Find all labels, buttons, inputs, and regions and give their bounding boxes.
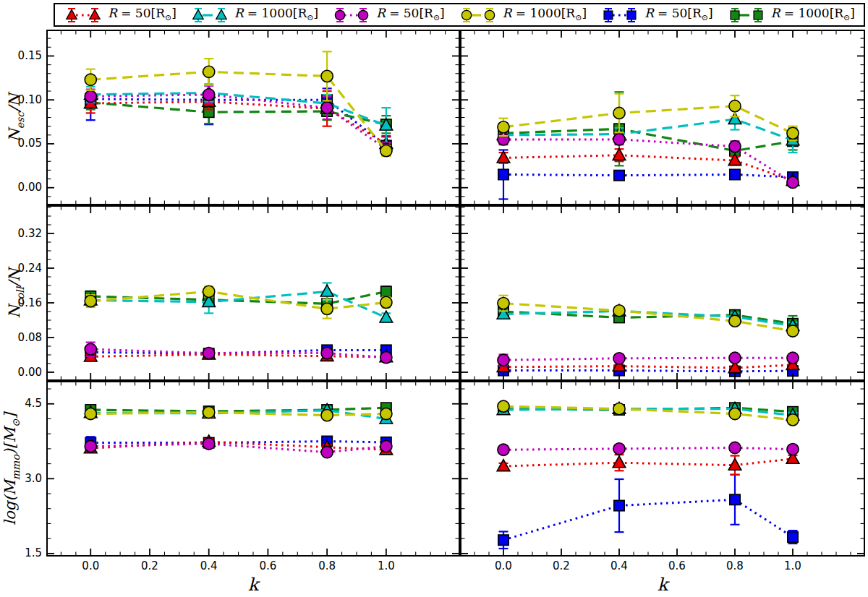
- circle-marker-icon: [332, 6, 371, 25]
- panel-middle-left: [46, 205, 460, 381]
- y-tick-label: 0.15: [10, 51, 42, 61]
- y-tick-label: 0.00: [10, 182, 42, 193]
- square-marker-icon: [727, 6, 766, 25]
- legend-label: R = 50[R⊙]: [108, 7, 176, 22]
- x-tick-label: 0.0: [488, 561, 519, 572]
- y-tick-label: 0.00: [10, 367, 42, 378]
- y-tick-label: 1.5: [10, 548, 42, 559]
- panel-top-left: [46, 30, 460, 205]
- panel-middle-right: [460, 205, 865, 381]
- x-tick-label: 0.6: [252, 561, 284, 572]
- legend-label: R = 1000[R⊙]: [503, 7, 587, 22]
- x-tick-label: 0.8: [311, 561, 343, 572]
- figure-canvas: R = 50[R⊙]R = 1000[R⊙]R = 50[R⊙]R = 1000…: [0, 0, 868, 597]
- legend-label: R = 50[R⊙]: [376, 7, 445, 22]
- y-axis-label-row0: Nesc/N: [6, 93, 25, 142]
- x-tick-label: 0.6: [661, 561, 693, 572]
- panel-bottom-right: [460, 381, 865, 557]
- legend-box: R = 50[R⊙]R = 1000[R⊙]R = 50[R⊙]R = 1000…: [54, 3, 865, 27]
- y-axis-label-row1: Ncoll/N: [6, 268, 25, 318]
- x-tick-label: 0.4: [603, 561, 635, 572]
- y-tick-label: 4.5: [10, 398, 42, 409]
- legend-label: R = 1000[R⊙]: [771, 7, 855, 22]
- legend-entry-c1000: R = 1000[R⊙]: [190, 6, 318, 25]
- triangle-marker-icon: [64, 6, 103, 25]
- x-tick-label: 0.0: [75, 561, 106, 572]
- y-tick-label: 0.32: [10, 228, 42, 239]
- circle-marker-icon: [459, 6, 498, 25]
- legend-label: R = 50[R⊙]: [644, 7, 713, 22]
- legend-label: R = 1000[R⊙]: [234, 7, 318, 22]
- x-axis-label-col0: k: [248, 576, 259, 593]
- x-tick-label: 0.8: [719, 561, 751, 572]
- y-axis-label-row2: log(Mmmo)[M⊙]: [1, 413, 21, 525]
- legend-entry-r50: R = 50[R⊙]: [64, 6, 176, 25]
- x-tick-label: 0.2: [545, 561, 577, 572]
- x-tick-label: 1.0: [370, 561, 402, 572]
- x-tick-label: 1.0: [777, 561, 809, 572]
- x-tick-label: 0.2: [134, 561, 166, 572]
- legend-entry-g1000: R = 1000[R⊙]: [727, 6, 855, 25]
- square-marker-icon: [600, 6, 639, 25]
- x-axis-label-col1: k: [658, 576, 668, 593]
- x-tick-label: 0.4: [193, 561, 225, 572]
- triangle-marker-icon: [190, 6, 229, 25]
- panel-bottom-left: [46, 381, 460, 557]
- legend-entry-y1000: R = 1000[R⊙]: [459, 6, 587, 25]
- panel-top-right: [460, 30, 865, 205]
- legend-entry-b50: R = 50[R⊙]: [600, 6, 713, 25]
- legend-entry-m50: R = 50[R⊙]: [332, 6, 445, 25]
- y-tick-label: 0.08: [10, 332, 42, 343]
